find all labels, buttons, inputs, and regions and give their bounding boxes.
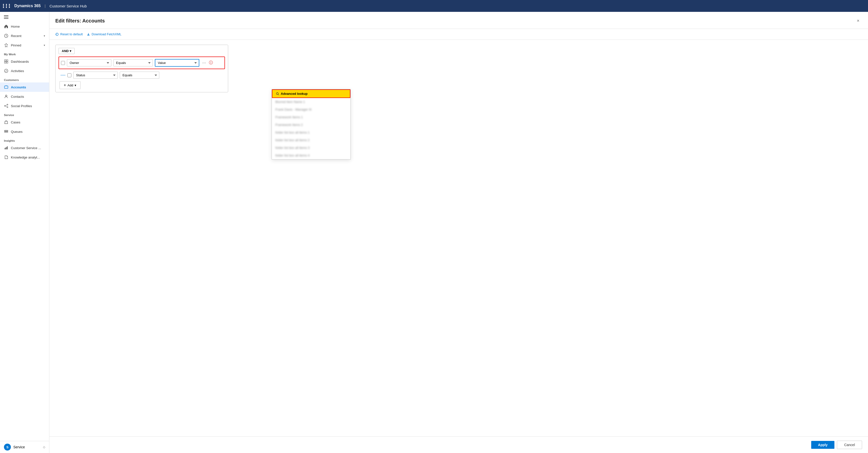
filter-row-1-container: Owner Equals Value ··· ⓘ	[59, 57, 225, 69]
svg-rect-2	[4, 18, 8, 19]
add-label: Add	[67, 84, 73, 87]
sidebar-item-pinned[interactable]: Pinned ▾	[0, 40, 49, 50]
sidebar-item-contacts-label: Contacts	[11, 95, 24, 98]
dropdown-item-5[interactable]: folder list box all items 2	[272, 136, 350, 144]
pin-icon	[4, 43, 8, 47]
contact-icon	[4, 94, 8, 99]
case-icon	[4, 120, 8, 124]
sidebar-item-recent-label: Recent	[11, 34, 22, 38]
dropdown-item-4[interactable]: folder list box all items 1	[272, 129, 350, 136]
dropdown-item-6[interactable]: folder list box all items 3	[272, 144, 350, 152]
top-bar: Dynamics 365 | Customer Service Hub	[0, 0, 868, 12]
home-icon	[4, 24, 8, 29]
sidebar-item-home[interactable]: Home	[0, 22, 49, 31]
svg-point-26	[276, 93, 278, 95]
reset-label: Reset to default	[60, 32, 83, 36]
filter-value-1-select[interactable]: Value	[155, 59, 199, 67]
sidebar-item-dashboards[interactable]: Dashboards	[0, 57, 49, 66]
dropdown-item-3[interactable]: Framework Items 2	[272, 121, 350, 129]
svg-rect-18	[7, 147, 8, 149]
filter-row-1-more-button[interactable]: ···	[201, 59, 207, 66]
sidebar-item-recent[interactable]: Recent ▾	[0, 31, 49, 40]
sidebar-item-knowledge-label: Knowledge analyt...	[11, 156, 40, 159]
sidebar-item-queues[interactable]: Queues	[0, 127, 49, 136]
sidebar-item-dashboards-label: Dashboards	[11, 60, 29, 63]
apply-button[interactable]: Apply	[811, 441, 835, 449]
svg-point-10	[5, 95, 7, 97]
filter-row-2: Status Equals	[67, 72, 159, 79]
app-grid-icon[interactable]	[3, 4, 11, 8]
download-fetchxml-button[interactable]: Download FetchXML	[87, 31, 122, 37]
modal-header: Edit filters: Accounts ×	[50, 12, 868, 29]
svg-rect-15	[4, 132, 8, 132]
sidebar-item-accounts-label: Accounts	[11, 86, 26, 89]
filter-field-1-select[interactable]: Owner	[67, 59, 112, 66]
filter-row-2-checkbox[interactable]	[67, 73, 71, 77]
svg-point-11	[7, 104, 8, 105]
sidebar-item-customer-service[interactable]: Customer Service ...	[0, 143, 49, 153]
chevron-down-icon: ▾	[44, 34, 45, 37]
filter-row-connector	[61, 75, 65, 75]
sidebar-item-cases-label: Cases	[11, 121, 20, 124]
svg-rect-5	[6, 60, 8, 61]
sidebar-item-knowledge[interactable]: Knowledge analyt...	[0, 153, 49, 162]
svg-point-12	[7, 107, 8, 108]
chart-icon	[4, 145, 8, 150]
sidebar-item-activities[interactable]: Activities	[0, 66, 49, 75]
activity-icon	[4, 69, 8, 73]
chevron-down-icon-2: ▾	[44, 44, 45, 47]
svg-rect-7	[6, 62, 8, 63]
advanced-lookup-button[interactable]: Advanced lookup	[272, 89, 350, 98]
sidebar-item-accounts[interactable]: Accounts	[0, 83, 49, 92]
add-chevron-icon: ▾	[74, 84, 76, 87]
queue-icon	[4, 129, 8, 134]
sidebar-item-social-profiles[interactable]: Social Profiles	[0, 101, 49, 110]
top-bar-separator: |	[45, 4, 46, 8]
sidebar-item-cases[interactable]: Cases	[0, 118, 49, 127]
sidebar-item-customer-service-label: Customer Service ...	[11, 146, 41, 150]
modal-title: Edit filters: Accounts	[55, 18, 105, 24]
top-bar-title: Dynamics 365	[14, 4, 41, 8]
sidebar-footer-label: Service	[13, 445, 25, 449]
sidebar-section-my-work: My Work	[0, 50, 49, 57]
svg-rect-14	[4, 130, 8, 131]
sidebar-item-contacts[interactable]: Contacts	[0, 92, 49, 101]
cancel-button[interactable]: Cancel	[837, 441, 862, 449]
sidebar-section-customers: Customers	[0, 75, 49, 83]
download-label: Download FetchXML	[92, 32, 122, 36]
value-dropdown: Advanced lookup Blurred Item Name 1 Fran…	[272, 89, 351, 159]
avatar: S	[4, 444, 11, 451]
sidebar-footer: S Service ◇	[0, 441, 49, 453]
dashboard-icon	[4, 59, 8, 64]
dropdown-item-1[interactable]: Frank Davis - Manager III	[272, 106, 350, 113]
sidebar-item-activities-label: Activities	[11, 69, 24, 73]
dropdown-item-7[interactable]: folder list box all items 4	[272, 152, 350, 159]
dropdown-item-2[interactable]: Framework Items 1	[272, 113, 350, 121]
filter-field-2-select[interactable]: Status	[73, 72, 118, 79]
sidebar: Home Recent ▾ Pinned ▾ My Work Dashboard…	[0, 12, 50, 453]
svg-rect-9	[4, 86, 8, 88]
svg-rect-4	[4, 60, 6, 61]
filter-condition-2-select[interactable]: Equals	[120, 72, 159, 79]
dropdown-item-0[interactable]: Blurred Item Name 1	[272, 98, 350, 106]
social-icon	[4, 104, 8, 108]
knowledge-icon	[4, 155, 8, 159]
sidebar-item-home-label: Home	[11, 25, 20, 28]
svg-rect-1	[4, 17, 8, 17]
filter-condition-1-select[interactable]: Equals	[113, 59, 153, 66]
filter-row-1-checkbox[interactable]	[61, 61, 65, 65]
hamburger-icon[interactable]	[0, 12, 49, 22]
add-filter-button[interactable]: + Add ▾	[60, 81, 81, 89]
and-operator-button[interactable]: AND ▾	[59, 48, 74, 54]
reset-to-default-button[interactable]: Reset to default	[55, 31, 83, 37]
modal-body: AND ▾ Owner Equals Value ··	[50, 40, 868, 436]
and-chevron-icon: ▾	[70, 49, 71, 53]
modal-close-button[interactable]: ×	[854, 17, 862, 25]
filter-row-1-error-icon: ⓘ	[209, 60, 213, 65]
filter-row-2-container: Status Equals	[59, 72, 225, 79]
modal-toolbar: Reset to default Download FetchXML	[50, 29, 868, 40]
sidebar-item-social-profiles-label: Social Profiles	[11, 104, 32, 108]
sidebar-item-pinned-label: Pinned	[11, 43, 21, 47]
and-label: AND	[62, 49, 69, 53]
svg-rect-0	[4, 15, 8, 16]
